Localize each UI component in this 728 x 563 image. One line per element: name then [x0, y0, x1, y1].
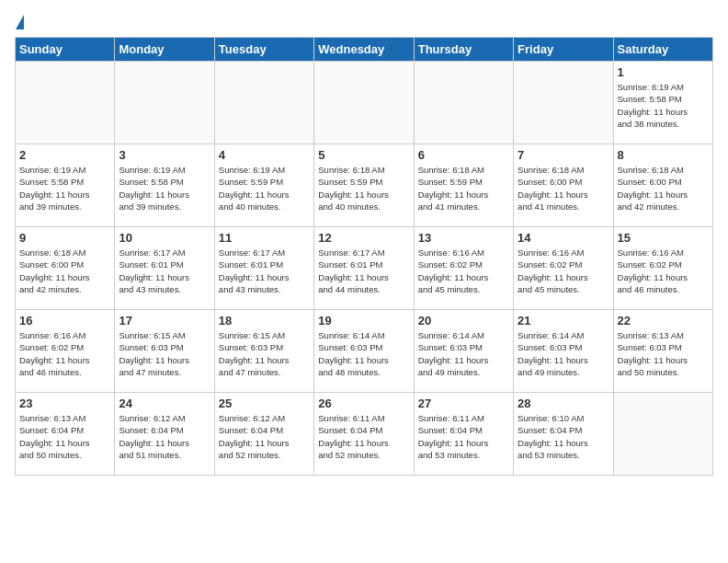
- logo: [15, 15, 24, 29]
- day-info: Sunrise: 6:19 AM Sunset: 5:58 PM Dayligh…: [119, 164, 210, 213]
- day-info: Sunrise: 6:18 AM Sunset: 6:00 PM Dayligh…: [518, 164, 609, 213]
- calendar-cell: 18Sunrise: 6:15 AM Sunset: 6:03 PM Dayli…: [214, 310, 313, 393]
- day-number: 5: [318, 148, 409, 162]
- day-number: 18: [219, 314, 310, 327]
- day-info: Sunrise: 6:17 AM Sunset: 6:01 PM Dayligh…: [119, 247, 210, 295]
- day-number: 22: [618, 314, 709, 327]
- day-number: 15: [618, 231, 709, 245]
- calendar-cell: 25Sunrise: 6:12 AM Sunset: 6:04 PM Dayli…: [214, 393, 313, 476]
- day-number: 24: [119, 396, 210, 410]
- day-number: 13: [418, 231, 509, 245]
- calendar-cell: 1Sunrise: 6:19 AM Sunset: 5:58 PM Daylig…: [613, 62, 712, 144]
- calendar-cell: 10Sunrise: 6:17 AM Sunset: 6:01 PM Dayli…: [115, 227, 214, 310]
- day-info: Sunrise: 6:19 AM Sunset: 5:58 PM Dayligh…: [618, 81, 709, 130]
- calendar-cell: 26Sunrise: 6:11 AM Sunset: 6:04 PM Dayli…: [314, 393, 414, 476]
- calendar-cell: 23Sunrise: 6:13 AM Sunset: 6:04 PM Dayli…: [16, 393, 115, 476]
- calendar-cell: 28Sunrise: 6:10 AM Sunset: 6:04 PM Dayli…: [514, 393, 613, 476]
- day-info: Sunrise: 6:10 AM Sunset: 6:04 PM Dayligh…: [518, 412, 609, 461]
- calendar-cell: 24Sunrise: 6:12 AM Sunset: 6:04 PM Dayli…: [115, 393, 214, 476]
- calendar-cell: [314, 62, 414, 144]
- calendar-cell: [514, 62, 613, 144]
- calendar-cell: 21Sunrise: 6:14 AM Sunset: 6:03 PM Dayli…: [514, 310, 613, 393]
- logo-triangle-icon: [16, 15, 24, 29]
- day-info: Sunrise: 6:15 AM Sunset: 6:03 PM Dayligh…: [119, 329, 210, 378]
- day-info: Sunrise: 6:19 AM Sunset: 5:59 PM Dayligh…: [219, 164, 310, 213]
- calendar-week-row: 2Sunrise: 6:19 AM Sunset: 5:58 PM Daylig…: [16, 144, 713, 227]
- day-info: Sunrise: 6:16 AM Sunset: 6:02 PM Dayligh…: [618, 247, 709, 295]
- day-info: Sunrise: 6:16 AM Sunset: 6:02 PM Dayligh…: [418, 247, 509, 295]
- day-number: 28: [518, 396, 609, 410]
- calendar-week-row: 16Sunrise: 6:16 AM Sunset: 6:02 PM Dayli…: [16, 310, 713, 393]
- day-info: Sunrise: 6:18 AM Sunset: 6:00 PM Dayligh…: [618, 164, 709, 213]
- calendar-week-row: 1Sunrise: 6:19 AM Sunset: 5:58 PM Daylig…: [16, 62, 713, 144]
- calendar-cell: 22Sunrise: 6:13 AM Sunset: 6:03 PM Dayli…: [613, 310, 712, 393]
- day-info: Sunrise: 6:13 AM Sunset: 6:04 PM Dayligh…: [19, 412, 110, 461]
- calendar-week-row: 23Sunrise: 6:13 AM Sunset: 6:04 PM Dayli…: [16, 393, 713, 476]
- weekday-header-sunday: Sunday: [16, 38, 115, 62]
- calendar-cell: 3Sunrise: 6:19 AM Sunset: 5:58 PM Daylig…: [115, 144, 214, 227]
- day-info: Sunrise: 6:14 AM Sunset: 6:03 PM Dayligh…: [418, 329, 509, 378]
- calendar-week-row: 9Sunrise: 6:18 AM Sunset: 6:00 PM Daylig…: [16, 227, 713, 310]
- calendar-cell: [613, 393, 712, 476]
- day-number: 10: [119, 231, 210, 245]
- day-info: Sunrise: 6:18 AM Sunset: 5:59 PM Dayligh…: [418, 164, 509, 213]
- calendar-cell: 2Sunrise: 6:19 AM Sunset: 5:58 PM Daylig…: [16, 144, 115, 227]
- calendar-cell: 17Sunrise: 6:15 AM Sunset: 6:03 PM Dayli…: [115, 310, 214, 393]
- day-number: 19: [318, 314, 409, 327]
- day-info: Sunrise: 6:17 AM Sunset: 6:01 PM Dayligh…: [219, 247, 310, 295]
- day-info: Sunrise: 6:15 AM Sunset: 6:03 PM Dayligh…: [219, 329, 310, 378]
- weekday-header-thursday: Thursday: [414, 38, 513, 62]
- day-info: Sunrise: 6:19 AM Sunset: 5:58 PM Dayligh…: [19, 164, 110, 213]
- day-number: 14: [518, 231, 609, 245]
- day-info: Sunrise: 6:17 AM Sunset: 6:01 PM Dayligh…: [318, 247, 409, 295]
- calendar-cell: 14Sunrise: 6:16 AM Sunset: 6:02 PM Dayli…: [514, 227, 613, 310]
- day-number: 27: [418, 396, 509, 410]
- calendar-header-row: SundayMondayTuesdayWednesdayThursdayFrid…: [16, 38, 713, 62]
- weekday-header-wednesday: Wednesday: [314, 38, 414, 62]
- day-number: 1: [618, 65, 709, 79]
- day-number: 17: [119, 314, 210, 327]
- day-number: 8: [618, 148, 709, 162]
- calendar-cell: 7Sunrise: 6:18 AM Sunset: 6:00 PM Daylig…: [514, 144, 613, 227]
- calendar-cell: 4Sunrise: 6:19 AM Sunset: 5:59 PM Daylig…: [214, 144, 313, 227]
- calendar-cell: 12Sunrise: 6:17 AM Sunset: 6:01 PM Dayli…: [314, 227, 414, 310]
- page-header: [15, 15, 713, 29]
- day-number: 16: [19, 314, 110, 327]
- calendar-cell: 20Sunrise: 6:14 AM Sunset: 6:03 PM Dayli…: [414, 310, 513, 393]
- calendar-cell: [115, 62, 214, 144]
- day-info: Sunrise: 6:14 AM Sunset: 6:03 PM Dayligh…: [318, 329, 409, 378]
- day-number: 12: [318, 231, 409, 245]
- day-info: Sunrise: 6:11 AM Sunset: 6:04 PM Dayligh…: [318, 412, 409, 461]
- calendar-cell: [414, 62, 513, 144]
- calendar-cell: 16Sunrise: 6:16 AM Sunset: 6:02 PM Dayli…: [16, 310, 115, 393]
- day-info: Sunrise: 6:11 AM Sunset: 6:04 PM Dayligh…: [418, 412, 509, 461]
- calendar-cell: 9Sunrise: 6:18 AM Sunset: 6:00 PM Daylig…: [16, 227, 115, 310]
- weekday-header-monday: Monday: [115, 38, 214, 62]
- calendar-cell: 15Sunrise: 6:16 AM Sunset: 6:02 PM Dayli…: [613, 227, 712, 310]
- day-number: 20: [418, 314, 509, 327]
- day-info: Sunrise: 6:18 AM Sunset: 6:00 PM Dayligh…: [19, 247, 110, 295]
- day-info: Sunrise: 6:12 AM Sunset: 6:04 PM Dayligh…: [219, 412, 310, 461]
- day-info: Sunrise: 6:16 AM Sunset: 6:02 PM Dayligh…: [19, 329, 110, 378]
- day-number: 4: [219, 148, 310, 162]
- weekday-header-saturday: Saturday: [613, 38, 712, 62]
- calendar-cell: 13Sunrise: 6:16 AM Sunset: 6:02 PM Dayli…: [414, 227, 513, 310]
- day-number: 7: [518, 148, 609, 162]
- calendar-cell: 11Sunrise: 6:17 AM Sunset: 6:01 PM Dayli…: [214, 227, 313, 310]
- calendar-cell: 8Sunrise: 6:18 AM Sunset: 6:00 PM Daylig…: [613, 144, 712, 227]
- day-number: 21: [518, 314, 609, 327]
- day-info: Sunrise: 6:14 AM Sunset: 6:03 PM Dayligh…: [518, 329, 609, 378]
- day-info: Sunrise: 6:13 AM Sunset: 6:03 PM Dayligh…: [618, 329, 709, 378]
- calendar-cell: [16, 62, 115, 144]
- day-number: 2: [19, 148, 110, 162]
- day-number: 9: [19, 231, 110, 245]
- day-number: 6: [418, 148, 509, 162]
- weekday-header-tuesday: Tuesday: [214, 38, 313, 62]
- day-number: 11: [219, 231, 310, 245]
- weekday-header-friday: Friday: [514, 38, 613, 62]
- day-number: 26: [318, 396, 409, 410]
- calendar-table: SundayMondayTuesdayWednesdayThursdayFrid…: [15, 37, 713, 476]
- calendar-cell: [214, 62, 313, 144]
- day-number: 25: [219, 396, 310, 410]
- day-number: 23: [19, 396, 110, 410]
